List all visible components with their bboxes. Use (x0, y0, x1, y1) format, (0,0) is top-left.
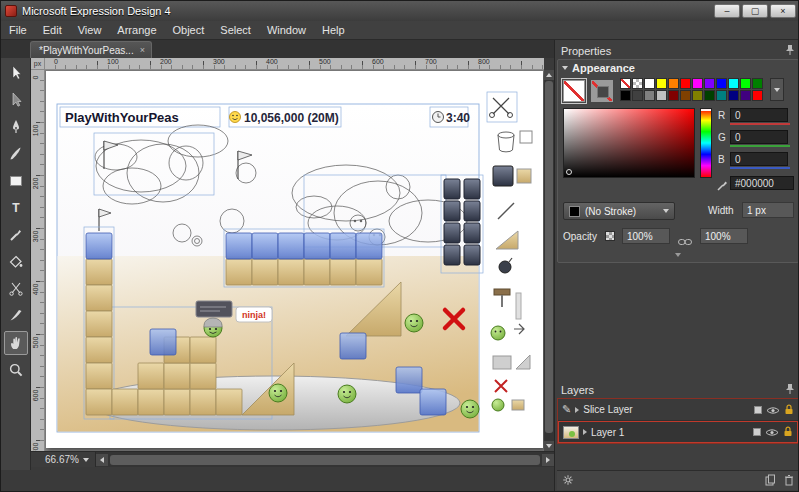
close-button[interactable]: × (770, 4, 796, 18)
lock-icon[interactable] (783, 423, 793, 441)
canvas-viewport[interactable]: PlayWithYourPeas 10,056,000 (20M) 3:40 (45, 70, 544, 451)
color-swatch[interactable] (680, 90, 691, 101)
blue-value-field[interactable]: 0 (730, 152, 788, 166)
slice-knife-tool[interactable] (4, 304, 28, 328)
color-swatch[interactable] (656, 78, 667, 89)
paint-bucket-icon (8, 254, 24, 270)
paintbrush-tool[interactable] (4, 142, 28, 166)
tab-close-icon[interactable]: × (140, 45, 145, 55)
title-bar[interactable]: Microsoft Expression Design 4 – ▢ × (1, 1, 799, 21)
lock-icon[interactable] (784, 401, 794, 419)
color-swatch[interactable] (644, 78, 655, 89)
menu-object[interactable]: Object (165, 21, 213, 39)
stroke-width-field[interactable]: 1 px (742, 202, 794, 218)
expander-icon[interactable] (583, 429, 587, 435)
menu-arrange[interactable]: Arrange (109, 21, 164, 39)
maximize-button[interactable]: ▢ (742, 4, 768, 18)
document-tab[interactable]: *PlayWithYourPeas... × (30, 41, 152, 58)
paint-bucket-tool[interactable] (4, 250, 28, 274)
sv-marker[interactable] (566, 169, 572, 175)
vertical-scroll-thumb[interactable] (545, 81, 553, 433)
color-swatch[interactable] (692, 78, 703, 89)
rectangle-tool[interactable] (4, 169, 28, 193)
zoom-control[interactable]: 66.67% (31, 452, 96, 467)
layer-thumb-toggle[interactable] (753, 428, 761, 436)
layer-row-slice-layer[interactable]: ✎ Slice Layer (558, 399, 798, 421)
hex-value-field[interactable]: #000000 (730, 176, 794, 190)
color-swatch[interactable] (680, 78, 691, 89)
color-swatch[interactable] (692, 90, 703, 101)
scroll-left-button[interactable] (96, 454, 108, 466)
link-opacity-icon[interactable] (678, 232, 692, 250)
saturation-value-picker[interactable] (563, 108, 695, 178)
stroke-none-swatch[interactable] (591, 80, 613, 102)
expand-properties-button[interactable] (558, 249, 798, 261)
zoom-dropdown-icon[interactable] (83, 458, 89, 462)
scroll-up-button[interactable] (544, 70, 554, 80)
color-swatch[interactable] (632, 90, 643, 101)
canvas-artwork[interactable]: PlayWithYourPeas 10,056,000 (20M) 3:40 (46, 71, 543, 448)
stroke-select-dropdown[interactable]: (No Stroke) (563, 202, 675, 220)
layer-thumb-toggle[interactable] (754, 406, 762, 414)
color-swatch[interactable] (740, 90, 751, 101)
expander-icon[interactable] (575, 407, 579, 413)
text-tool[interactable]: T (4, 196, 28, 220)
fill-none-swatch[interactable] (563, 80, 585, 102)
color-swatch[interactable] (728, 78, 739, 89)
fill-opacity-field[interactable]: 100% (622, 228, 670, 244)
color-swatch[interactable] (740, 78, 751, 89)
selection-tool[interactable] (4, 61, 28, 85)
swatch-transparent[interactable] (632, 78, 643, 89)
eyedropper-tool[interactable] (4, 223, 28, 247)
menu-window[interactable]: Window (259, 21, 314, 39)
color-swatch[interactable] (728, 90, 739, 101)
properties-header: Properties (555, 42, 799, 59)
swatch-no-color[interactable] (620, 78, 631, 89)
menu-file[interactable]: File (1, 21, 35, 39)
stroke-opacity-field[interactable]: 100% (700, 228, 748, 244)
pin-icon[interactable] (785, 44, 795, 58)
color-swatch[interactable] (716, 90, 727, 101)
color-swatch[interactable] (644, 90, 655, 101)
scroll-down-button[interactable] (544, 441, 554, 451)
menu-help[interactable]: Help (314, 21, 353, 39)
color-swatch[interactable] (752, 90, 763, 101)
visibility-eye-icon[interactable] (765, 423, 779, 441)
hand-tool[interactable] (4, 331, 28, 355)
hue-marker[interactable] (701, 109, 711, 111)
horizontal-scrollbar[interactable] (96, 452, 554, 467)
hue-slider[interactable] (700, 108, 712, 178)
minimize-button[interactable]: – (714, 4, 740, 18)
zoom-tool[interactable] (4, 358, 28, 382)
color-swatch[interactable] (668, 90, 679, 101)
vertical-scrollbar[interactable] (544, 70, 554, 451)
red-value-field[interactable]: 0 (730, 108, 788, 122)
color-swatch[interactable] (704, 90, 715, 101)
direct-selection-tool[interactable] (4, 88, 28, 112)
menu-edit[interactable]: Edit (35, 21, 70, 39)
menu-view[interactable]: View (70, 21, 110, 39)
document-page[interactable]: PlayWithYourPeas 10,056,000 (20M) 3:40 (46, 71, 543, 448)
color-swatch[interactable] (620, 90, 631, 101)
green-value-field[interactable]: 0 (730, 130, 788, 144)
scroll-right-button[interactable] (542, 454, 554, 466)
appearance-section-header[interactable]: Appearance (562, 62, 635, 74)
hex-eyedropper-icon[interactable] (716, 178, 728, 196)
color-swatch[interactable] (668, 78, 679, 89)
menu-select[interactable]: Select (212, 21, 259, 39)
color-swatch[interactable] (716, 78, 727, 89)
visibility-eye-icon[interactable] (766, 401, 780, 419)
palette-more-button[interactable] (770, 78, 784, 101)
color-swatch[interactable] (704, 78, 715, 89)
new-layer-icon[interactable] (764, 472, 776, 490)
delete-layer-trash-icon[interactable] (784, 472, 794, 490)
pen-tool[interactable] (4, 115, 28, 139)
color-swatch[interactable] (752, 78, 763, 89)
pin-icon[interactable] (785, 383, 795, 397)
horizontal-scroll-thumb[interactable] (110, 455, 540, 465)
scissors-tool[interactable] (4, 277, 28, 301)
color-swatch[interactable] (656, 90, 667, 101)
layer-options-gear-icon[interactable] (562, 472, 574, 490)
window-title: Microsoft Expression Design 4 (22, 5, 171, 17)
layer-row-layer-1[interactable]: Layer 1 (558, 421, 798, 443)
